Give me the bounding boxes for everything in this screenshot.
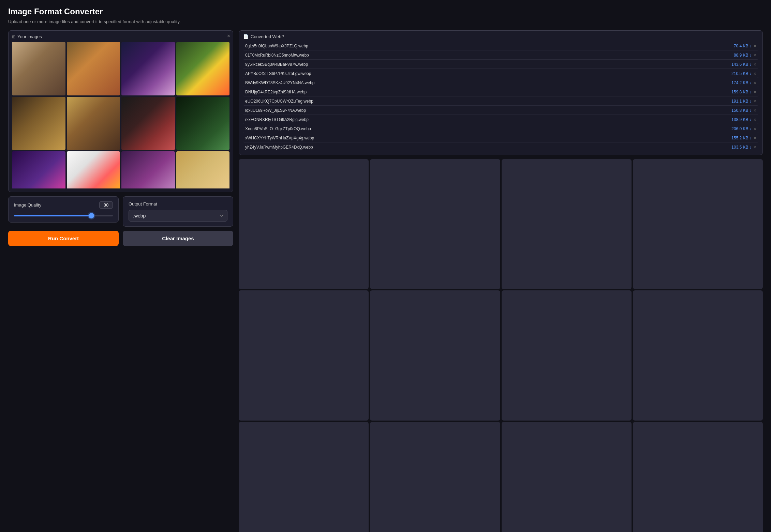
file-row-7: eUO206UKQ7CpUCWrOZuTeg.webp 191.1 KB ↓ × [243,97,758,106]
file-name-2: 01T0MxRuRbi8NzC5nnoMtw.webp [245,53,731,58]
file-size-7: 191.1 KB ↓ [731,99,752,104]
file-row-3: 9y5lRcekSBq3w4BBaPv87w.webp 143.6 KB ↓ × [243,60,758,69]
file-close-3[interactable]: × [754,62,756,67]
file-name-3: 9y5lRcekSBq3w4BBaPv87w.webp [245,62,729,67]
file-name-7: eUO206UKQ7CpUCWrOZuTeg.webp [245,99,729,104]
input-image-10 [67,151,120,188]
buttons-row: Run Convert Clear Images [8,231,233,246]
file-name-12: yhZ4yVJaRwmMyhpGER4DxQ.webp [245,145,729,150]
preview-image-grid [239,159,763,532]
file-name-8: lqxuU169RoW_JijLSw-7NA.webp [245,108,729,113]
file-name-4: APYBoOXqTS6P7PKsJzaLgw.webp [245,71,729,76]
input-image-7 [121,97,175,150]
file-row-1: 0gLs5n9IQbunW9-pXJPZ1Q.webp 70.4 KB ↓ × [243,42,758,50]
file-row-8: lqxuU169RoW_JijLSw-7NA.webp 150.8 KB ↓ × [243,106,758,115]
input-image-5 [12,97,65,150]
file-row-5: BWdy9KWDT8SKz4U92YN4NA.webp 174.2 KB ↓ × [243,79,758,87]
left-panel: ⊞ Your images × [8,30,233,532]
images-upload-box: ⊞ Your images × [8,30,233,192]
close-box-button[interactable]: × [227,33,230,39]
file-size-1: 70.4 KB ↓ [734,44,752,48]
file-close-2[interactable]: × [754,53,756,58]
images-box-header: ⊞ Your images [12,34,229,39]
file-name-10: Xnqo8PVhS_O_GgxZTp0rOQ.webp [245,126,729,131]
file-size-12: 103.5 KB ↓ [731,145,752,150]
file-row-9: rkxFONRXRfyTSTG9A2Rglg.webp 138.9 KB ↓ × [243,116,758,124]
file-close-9[interactable]: × [754,117,756,122]
file-icon: 📄 [243,34,249,39]
quality-label-row: Image Quality 80 [14,201,113,209]
file-close-1[interactable]: × [754,44,756,48]
file-close-7[interactable]: × [754,99,756,104]
file-close-5[interactable]: × [754,80,756,85]
file-size-2: 88.9 KB ↓ [734,53,752,58]
file-close-8[interactable]: × [754,108,756,113]
input-image-3 [121,42,175,95]
input-image-12 [176,151,230,188]
file-close-6[interactable]: × [754,90,756,94]
converted-header: 📄 Converted WebP [243,34,758,39]
file-row-10: Xnqo8PVhS_O_GgxZTp0rOQ.webp 206.0 KB ↓ × [243,125,758,133]
file-name-9: rkxFONRXRfyTSTG9A2Rglg.webp [245,117,729,122]
file-list: 0gLs5n9IQbunW9-pXJPZ1Q.webp 70.4 KB ↓ × … [243,42,758,151]
file-size-10: 206.0 KB ↓ [731,126,752,131]
input-image-9 [12,151,65,188]
file-close-11[interactable]: × [754,136,756,140]
preview-image-6 [370,290,500,420]
file-size-3: 143.6 KB ↓ [731,62,752,67]
preview-image-2 [370,159,500,289]
format-select[interactable]: .webp .jpg .png .gif [129,210,227,222]
clear-images-button[interactable]: Clear Images [123,231,233,246]
file-size-6: 159.8 KB ↓ [731,90,752,94]
controls-row: Image Quality 80 Output Format .webp .jp… [8,196,233,227]
preview-image-10 [370,422,500,532]
input-image-1 [12,42,65,95]
format-section: Output Format .webp .jpg .png .gif [123,196,233,227]
preview-image-5 [239,290,369,420]
quality-label: Image Quality [14,202,41,208]
file-row-2: 01T0MxRuRbi8NzC5nnoMtw.webp 88.9 KB ↓ × [243,51,758,60]
preview-image-4 [633,159,763,289]
file-size-8: 150.8 KB ↓ [731,108,752,113]
images-icon: ⊞ [12,34,15,39]
file-close-4[interactable]: × [754,71,756,76]
input-image-grid [12,42,229,188]
quality-section: Image Quality 80 [8,196,119,223]
converted-files-box: 📄 Converted WebP 0gLs5n9IQbunW9-pXJPZ1Q.… [239,30,763,155]
preview-image-11 [502,422,632,532]
file-name-1: 0gLs5n9IQbunW9-pXJPZ1Q.webp [245,44,731,48]
right-panel: 📄 Converted WebP 0gLs5n9IQbunW9-pXJPZ1Q.… [239,30,763,532]
input-image-4 [176,42,230,95]
input-image-11 [121,151,175,188]
file-size-9: 138.9 KB ↓ [731,117,752,122]
file-name-11: xWHCXYYhTyWRhHaZVpXg4g.webp [245,136,729,140]
converted-label: Converted WebP [251,34,284,39]
file-row-12: yhZ4yVJaRwmMyhpGER4DxQ.webp 103.5 KB ↓ × [243,143,758,151]
preview-image-9 [239,422,369,532]
input-image-6 [67,97,120,150]
preview-image-12 [633,422,763,532]
file-close-10[interactable]: × [754,126,756,131]
file-size-11: 155.2 KB ↓ [731,136,752,140]
file-name-6: DNUjgO4kRE2tvpZhiSfdHA.webp [245,90,729,94]
preview-image-8 [633,290,763,420]
file-row-11: xWHCXYYhTyWRhHaZVpXg4g.webp 155.2 KB ↓ × [243,134,758,142]
file-size-5: 174.2 KB ↓ [731,80,752,85]
file-row-4: APYBoOXqTS6P7PKsJzaLgw.webp 210.5 KB ↓ × [243,70,758,78]
app-subtitle: Upload one or more image files and conve… [8,19,763,24]
preview-image-3 [502,159,632,289]
quality-slider[interactable] [14,215,113,216]
app-title: Image Format Converter [8,7,763,16]
images-box-label: Your images [17,34,42,39]
format-label: Output Format [129,201,227,207]
quality-value: 80 [99,201,113,209]
file-close-12[interactable]: × [754,145,756,150]
input-image-2 [67,42,120,95]
file-size-4: 210.5 KB ↓ [731,71,752,76]
preview-image-7 [502,290,632,420]
file-row-6: DNUjgO4kRE2tvpZhiSfdHA.webp 159.8 KB ↓ × [243,88,758,96]
run-convert-button[interactable]: Run Convert [8,231,119,246]
preview-image-1 [239,159,369,289]
file-name-5: BWdy9KWDT8SKz4U92YN4NA.webp [245,80,729,85]
input-image-8 [176,97,230,150]
